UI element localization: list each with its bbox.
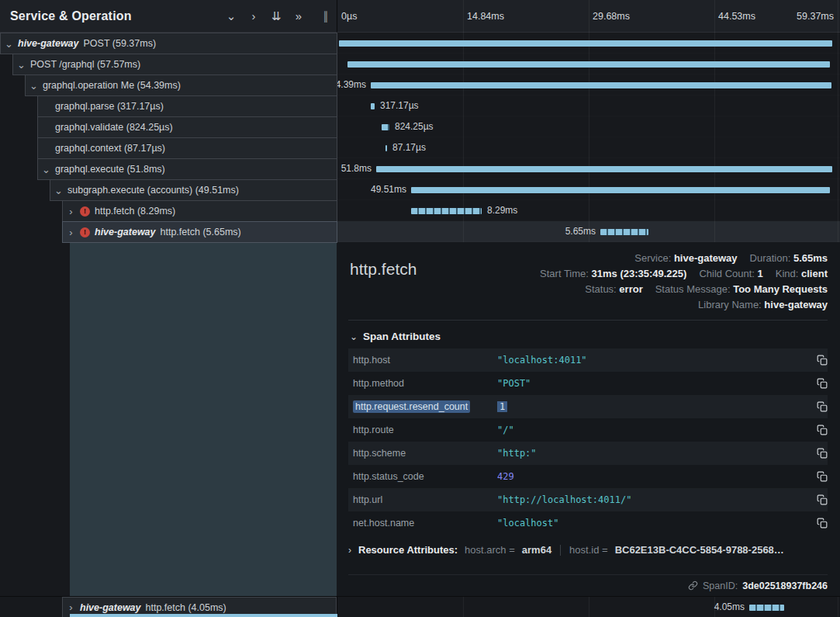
meta-key: Status Message: xyxy=(655,283,733,295)
span-tree-row[interactable]: ⌄POST /graphql (57.57ms) xyxy=(12,54,337,75)
copy-icon[interactable] xyxy=(809,471,828,482)
span-tree-row[interactable]: ›!hive-gatewayhttp.fetch (5.65ms) xyxy=(62,221,337,243)
bar-duration-label: 824.25µs xyxy=(395,116,434,137)
double-chevron-down-icon[interactable]: ⇊ xyxy=(270,10,282,22)
meta-value: hive-gateway xyxy=(674,252,738,264)
bar-duration-label: 54.39ms xyxy=(337,75,366,95)
meta-key: Child Count: xyxy=(699,268,757,279)
span-tree-row[interactable]: ⌄graphql.execute (51.8ms) xyxy=(37,158,337,180)
span-tree: ⌄hive-gatewayPOST (59.37ms)⌄POST /graphq… xyxy=(0,33,337,243)
resource-attributes-row[interactable]: › Resource Attributes: host.arch =arm64h… xyxy=(348,544,828,556)
span-tree-row[interactable]: ⌄hive-gatewayPOST (59.37ms) xyxy=(0,33,337,54)
span-bar[interactable] xyxy=(382,124,389,130)
chevron-right-icon[interactable]: › xyxy=(67,206,75,217)
attribute-value-text: 429 xyxy=(497,471,514,482)
horizontal-scrollbar-thumb[interactable] xyxy=(70,614,337,617)
copy-icon[interactable] xyxy=(809,494,828,505)
resource-attributes-title: Resource Attributes: xyxy=(358,544,458,556)
timeline-waterfall: 54.39ms317.17µs824.25µs87.17µs51.8ms49.5… xyxy=(337,33,840,242)
span-tree-row[interactable]: graphql.context (87.17µs) xyxy=(37,137,337,159)
attribute-value: "/" xyxy=(497,425,809,435)
span-attributes-table: http.host"localhost:4011"http.method"POS… xyxy=(348,348,828,535)
timeline-row[interactable]: 4.05ms xyxy=(337,597,840,617)
ruler-tick: 59.37ms xyxy=(797,0,834,33)
attribute-key-text: net.host.name xyxy=(353,518,414,529)
span-tree-row[interactable]: ›!http.fetch (8.29ms) xyxy=(62,200,337,222)
resource-key: host.arch = xyxy=(465,544,515,556)
chevron-right-icon[interactable]: › xyxy=(247,10,260,22)
copy-icon[interactable] xyxy=(809,425,828,435)
span-bar[interactable] xyxy=(371,82,831,88)
span-bar[interactable] xyxy=(347,61,830,68)
attribute-key-text: http.status_code xyxy=(353,471,424,482)
span-tree-row[interactable]: graphql.parse (317.17µs) xyxy=(37,95,337,117)
copy-icon[interactable] xyxy=(809,448,828,459)
timeline-row[interactable]: 824.25µs xyxy=(337,116,840,137)
span-label: graphql.validate (824.25µs) xyxy=(55,122,173,133)
span-bar[interactable] xyxy=(371,103,375,109)
meta-pair: Child Count: 1 xyxy=(699,268,762,279)
attribute-value: 429 xyxy=(497,471,809,482)
chevron-down-icon[interactable]: ⌄ xyxy=(54,185,63,196)
chevron-down-icon[interactable]: ⌄ xyxy=(5,38,13,50)
timeline-bottom: 4.05ms xyxy=(337,596,840,617)
span-bar[interactable] xyxy=(411,208,482,214)
chevron-right-icon[interactable]: › xyxy=(67,601,75,613)
span-bar[interactable] xyxy=(411,187,830,193)
timeline-row[interactable] xyxy=(337,33,840,54)
copy-icon[interactable] xyxy=(809,355,828,366)
span-bar[interactable] xyxy=(376,166,832,172)
chevron-down-icon[interactable]: ⌄ xyxy=(225,10,237,22)
span-tree-row[interactable]: graphql.validate (824.25µs) xyxy=(37,116,337,138)
ruler-tick: 44.53ms xyxy=(718,0,755,33)
timeline-row[interactable]: 54.39ms xyxy=(337,75,840,95)
timeline-row[interactable]: 317.17µs xyxy=(337,95,840,116)
attribute-key: http.request.resend_count xyxy=(348,401,497,412)
timeline-row[interactable]: 49.51ms xyxy=(337,179,840,200)
attribute-key-text: http.scheme xyxy=(353,448,406,459)
meta-pair: Start Time: 31ms (23:35:49.225) xyxy=(540,268,686,279)
timeline-row[interactable] xyxy=(337,54,840,75)
timeline-row[interactable]: 8.29ms xyxy=(337,200,840,221)
chevron-down-icon[interactable]: ⌄ xyxy=(29,80,38,92)
copy-icon[interactable] xyxy=(809,401,828,412)
panel-resize-handle-icon[interactable]: ∥ xyxy=(320,10,332,22)
span-label: http.fetch (4.05ms) xyxy=(146,602,226,613)
bar-duration-label: 8.29ms xyxy=(487,200,517,221)
span-tree-row[interactable]: ⌄subgraph.execute (accounts) (49.51ms) xyxy=(50,179,337,201)
attribute-row: http.status_code429 xyxy=(348,465,828,488)
attribute-key: net.host.name xyxy=(348,518,497,529)
chevron-right-icon[interactable]: › xyxy=(67,227,75,238)
timeline-row[interactable]: 5.65ms xyxy=(337,221,840,242)
tree-toolbar: ⌄›⇊»∥ xyxy=(225,10,332,22)
span-label: graphql.operation Me (54.39ms) xyxy=(43,80,181,91)
copy-icon[interactable] xyxy=(809,518,828,529)
attribute-key-text: http.route xyxy=(353,425,394,435)
chevron-down-icon[interactable]: ⌄ xyxy=(17,59,26,71)
timeline-row[interactable]: 87.17µs xyxy=(337,137,840,158)
span-label: graphql.parse (317.17µs) xyxy=(55,101,164,112)
meta-value: 5.65ms xyxy=(793,252,828,264)
span-attributes-section-header[interactable]: ⌄ Span Attributes xyxy=(348,321,828,348)
meta-pair: Service: hive-gateway xyxy=(634,252,737,264)
span-bar[interactable] xyxy=(339,40,832,47)
service-operation-title: Service & Operation xyxy=(10,9,132,23)
span-bar[interactable] xyxy=(385,145,387,151)
chevron-down-icon[interactable]: ⌄ xyxy=(42,164,50,175)
attribute-value-text: "localhost:4011" xyxy=(497,355,587,366)
resource-divider xyxy=(560,545,561,556)
ruler-tick: 14.84ms xyxy=(467,0,504,33)
span-tree-row[interactable]: ⌄graphql.operation Me (54.39ms) xyxy=(25,75,337,96)
span-bar[interactable] xyxy=(600,229,648,235)
span-bar[interactable] xyxy=(749,605,784,611)
span-label: POST /graphql (57.57ms) xyxy=(30,59,140,70)
attribute-key-text: http.url xyxy=(353,494,382,505)
bar-duration-label: 49.51ms xyxy=(371,179,406,200)
double-chevron-right-icon[interactable]: » xyxy=(292,10,305,22)
chevron-down-icon: ⌄ xyxy=(350,331,358,342)
service-operation-header: Service & Operation ⌄›⇊»∥ xyxy=(0,0,337,33)
copy-icon[interactable] xyxy=(809,378,828,389)
bar-duration-label: 4.05ms xyxy=(714,597,745,617)
meta-value: 1 xyxy=(758,268,763,279)
timeline-row[interactable]: 51.8ms xyxy=(337,158,840,179)
